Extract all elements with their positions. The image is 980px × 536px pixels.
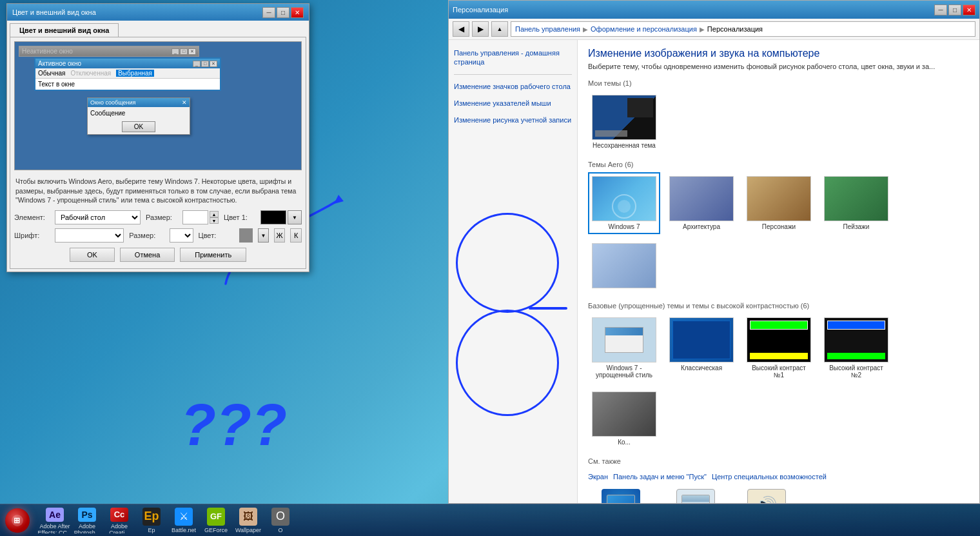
cp-maximize-button[interactable]: □ xyxy=(948,5,961,15)
cp-minimize-button[interactable]: ─ xyxy=(934,5,947,15)
start-button[interactable]: ⊞ xyxy=(0,504,35,537)
element-select[interactable]: Рабочий стол xyxy=(55,210,141,224)
tab-color-appearance[interactable]: Цвет и внешний вид окна xyxy=(10,23,119,37)
battlenet-label: Battle.net xyxy=(172,527,196,533)
preview-active-window: Активное окно _ □ ✕ Обычная Отключенная … xyxy=(34,57,221,91)
color1-box[interactable] xyxy=(260,210,286,224)
theme-item-landscapes[interactable]: Пейзажи xyxy=(820,172,892,234)
cp-nav-bar: ◀ ▶ ▲ Панель управления ▶ Оформление и п… xyxy=(449,19,979,40)
taskbar-app-ps[interactable]: Ps AdobePhotosh... xyxy=(72,508,102,533)
mini-minimize: _ xyxy=(172,48,179,55)
start-orb[interactable]: ⊞ xyxy=(5,508,30,533)
theme-item-ko[interactable]: Ко... xyxy=(588,388,660,450)
msgbox-ok-button[interactable]: OK xyxy=(122,121,155,132)
ps-label: AdobePhotosh... xyxy=(74,523,101,533)
also-screen[interactable]: Экран xyxy=(588,470,608,483)
theme-label-win7classic: Windows 7 - упрощенный стиль xyxy=(592,364,656,379)
sidebar-item-account[interactable]: Изменение рисунка учетной записи xyxy=(454,114,572,126)
basic-themes-grid: Windows 7 - упрощенный стиль Классическа… xyxy=(588,313,969,450)
theme-item-hc1[interactable]: Высокий контраст №1 xyxy=(743,313,815,382)
cp-titlebar-buttons: ─ □ ✕ xyxy=(934,5,975,15)
font-size-select[interactable] xyxy=(170,228,193,243)
font-select[interactable] xyxy=(55,228,124,243)
maximize-button[interactable]: □ xyxy=(277,7,289,18)
minimize-button[interactable]: ─ xyxy=(262,7,275,18)
size-spinbox[interactable] xyxy=(182,210,208,224)
mini-max2: □ xyxy=(201,61,209,67)
color1-dropdown[interactable]: ▼ xyxy=(288,210,302,224)
my-themes-section: Мои темы (1) Несохраненная тема xyxy=(588,79,969,153)
breadcrumb-sep1: ▶ xyxy=(583,26,588,33)
sidebar-item-mouse[interactable]: Изменение указателей мыши xyxy=(454,97,572,110)
preview-menu: Обычная Отключенная Выбранная xyxy=(35,68,220,79)
taskbar-app-ep[interactable]: Ep Ep xyxy=(137,508,166,533)
theme-item-classic[interactable]: Классическая xyxy=(665,313,738,382)
main-description: Выберите тему, чтобы одновременно измени… xyxy=(588,62,969,72)
theme-thumb-unsaved xyxy=(592,95,656,140)
theme-item-hc2[interactable]: Высокий контраст №2 xyxy=(820,313,892,382)
aero-themes-grid: Windows 7 Архитектура Персон xyxy=(588,172,969,294)
cp-titlebar[interactable]: Персонализация ─ □ ✕ xyxy=(449,1,979,19)
msgbox-close: ✕ xyxy=(182,99,187,106)
sidebar-item-home[interactable]: Панель управления - домашняя страница xyxy=(454,46,572,69)
theme-item-win7[interactable]: Windows 7 xyxy=(588,172,660,234)
sidebar-item-icons[interactable]: Изменение значков рабочего стола xyxy=(454,80,572,93)
theme-thumb-hc1 xyxy=(747,317,811,362)
taskbar-app-other[interactable]: O O xyxy=(266,508,295,533)
breadcrumb-appearance[interactable]: Оформление и персонализация xyxy=(591,25,697,33)
theme-item-unsaved[interactable]: Несохраненная тема xyxy=(588,91,660,153)
also-accessibility[interactable]: Центр специальных возможностей xyxy=(712,470,827,483)
spinbox-down[interactable]: ▼ xyxy=(210,217,219,224)
cc-label: AdobeCreati... xyxy=(109,523,130,533)
preview-area: Неактивное окно _ □ ✕ Активное окно _ □ … xyxy=(14,41,302,170)
taskbar: ⊞ Ae Adobe AfterEffects: CC... Ps AdobeP… xyxy=(0,504,980,536)
theme-item-more[interactable] xyxy=(588,239,660,294)
bottom-item-color[interactable]: Цвет окна Небо xyxy=(667,489,725,503)
element-label: Элемент: xyxy=(14,213,50,221)
italic-button[interactable]: К xyxy=(290,228,302,243)
font-color-dropdown[interactable]: ▼ xyxy=(258,228,268,243)
theme-item-arch[interactable]: Архитектура xyxy=(665,172,738,234)
dialog-body: Неактивное окно _ □ ✕ Активное окно _ □ … xyxy=(10,37,306,269)
cp-close-button[interactable]: ✕ xyxy=(963,5,975,15)
font-row: Шрифт: Размер: Цвет: ▼ Ж К xyxy=(14,228,302,243)
dialog-description: Чтобы включить Windows Aero, выберите те… xyxy=(14,174,302,208)
also-taskbar[interactable]: Панель задач и меню "Пуск" xyxy=(613,470,707,483)
taskbar-app-ae[interactable]: Ae Adobe AfterEffects: CC... xyxy=(40,508,70,533)
cancel-button[interactable]: Отмена xyxy=(120,248,175,262)
taskbar-app-battlenet[interactable]: ⚔ Battle.net xyxy=(169,508,199,533)
bottom-item-sounds[interactable]: 🔊 Звуки По умолч... xyxy=(738,489,796,503)
geforce-icon: GF xyxy=(207,508,225,526)
dialog-titlebar[interactable]: Цвет и внешний вид окна ─ □ ✕ xyxy=(7,4,309,21)
close-button[interactable]: ✕ xyxy=(291,7,304,18)
ep-icon: Ep xyxy=(142,508,161,526)
up-button[interactable]: ▲ xyxy=(491,21,508,37)
taskbar-app-cc[interactable]: Cc AdobeCreati... xyxy=(104,508,134,533)
bottom-item-bg[interactable]: Фон рабочего стола Harmony xyxy=(588,489,654,503)
bg-icon xyxy=(602,489,640,503)
sounds-icon-glyph: 🔊 xyxy=(755,495,778,503)
ok-button[interactable]: OK xyxy=(70,248,115,262)
theme-thumb-landscapes xyxy=(824,176,888,221)
spinbox-up[interactable]: ▲ xyxy=(210,211,219,217)
mini-min2: _ xyxy=(193,61,201,67)
theme-item-win7classic[interactable]: Windows 7 - упрощенный стиль xyxy=(588,313,660,382)
cp-main: Изменение изображения и звука на компьют… xyxy=(578,40,979,503)
titlebar-buttons: ─ □ ✕ xyxy=(262,7,304,18)
apply-button[interactable]: Применить xyxy=(180,248,246,262)
breadcrumb-home[interactable]: Панель управления xyxy=(515,25,580,33)
taskbar-app-geforce[interactable]: GF GEForce xyxy=(201,508,231,533)
back-button[interactable]: ◀ xyxy=(453,21,469,37)
theme-item-chars[interactable]: Персонажи xyxy=(743,172,815,234)
taskbar-app-wallpaper[interactable]: 🖼 Wallpaper xyxy=(233,508,263,533)
breadcrumb-personalization: Персонализация xyxy=(707,25,763,33)
theme-thumb-chars xyxy=(747,176,811,221)
inactive-window-title: Неактивное окно _ □ ✕ xyxy=(19,46,199,56)
forward-button[interactable]: ▶ xyxy=(472,21,489,37)
font-color-box[interactable] xyxy=(239,228,253,243)
ae-icon: Ae xyxy=(46,508,64,522)
font-label: Шрифт: xyxy=(14,232,50,239)
also-label: См. также xyxy=(588,457,969,465)
theme-thumb-win7classic xyxy=(592,317,656,362)
bold-button[interactable]: Ж xyxy=(274,228,286,243)
